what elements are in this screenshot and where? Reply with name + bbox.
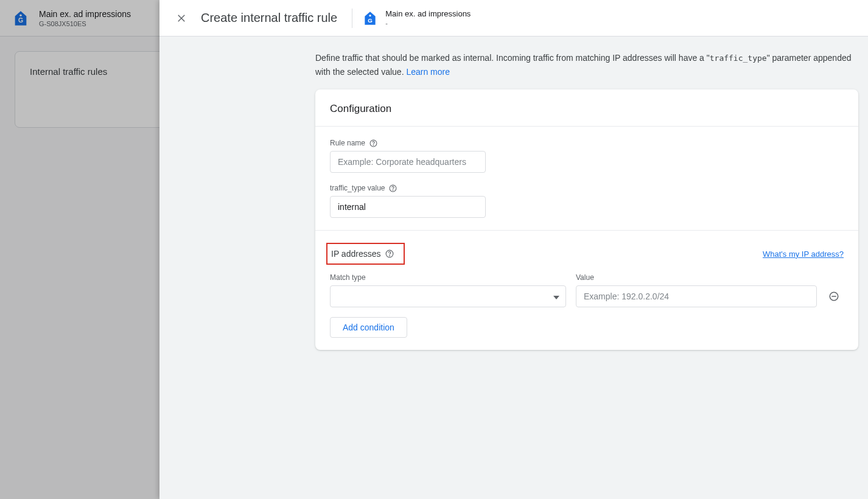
value-input[interactable] [576, 285, 817, 307]
desc-code: traffic_type [710, 54, 767, 63]
panel-body: Define traffic that should be marked as … [159, 37, 868, 365]
svg-point-7 [373, 145, 374, 145]
close-button[interactable] [174, 11, 189, 26]
svg-point-9 [393, 190, 393, 190]
add-condition-button[interactable]: Add condition [330, 317, 407, 338]
config-title: Configuration [315, 89, 858, 126]
close-icon [176, 13, 187, 24]
condition-row: Match type Value [330, 273, 844, 307]
tag-icon: G [362, 9, 378, 27]
help-icon[interactable] [369, 139, 377, 147]
help-icon[interactable] [385, 250, 394, 258]
value-label: Value [576, 273, 817, 282]
desc-part1: Define traffic that should be marked as … [315, 53, 710, 63]
rule-name-label-text: Rule name [330, 139, 365, 147]
traffic-type-label-text: traffic_type value [330, 184, 385, 192]
panel-separator [352, 9, 352, 28]
traffic-type-label: traffic_type value [330, 184, 844, 192]
match-type-label: Match type [330, 273, 566, 282]
panel-property-name: Main ex. ad impressions [385, 9, 471, 19]
remove-icon [828, 291, 839, 302]
panel-header: Create internal traffic rule G Main ex. … [159, 0, 868, 37]
config-basic-section: Rule name traffic_typ [315, 126, 858, 230]
panel-property-sub: - [385, 19, 471, 27]
match-type-column: Match type [330, 273, 566, 307]
rule-name-group: Rule name [330, 139, 844, 173]
learn-more-link[interactable]: Learn more [406, 67, 450, 77]
rule-name-label: Rule name [330, 139, 844, 147]
chevron-down-icon [553, 291, 559, 301]
value-column: Value [576, 273, 817, 307]
ip-addresses-label: IP addresses [331, 249, 380, 259]
rule-name-input[interactable] [330, 151, 486, 173]
panel-property-info: Main ex. ad impressions - [385, 9, 471, 27]
ip-section-header: IP addresses What's my IP address? [330, 243, 844, 265]
description-text: Define traffic that should be marked as … [315, 51, 863, 79]
ip-addresses-label-box: IP addresses [326, 243, 405, 265]
traffic-type-group: traffic_type value [330, 184, 844, 218]
svg-point-11 [390, 256, 390, 256]
create-rule-panel: Create internal traffic rule G Main ex. … [159, 0, 868, 499]
panel-title: Create internal traffic rule [201, 11, 337, 25]
svg-text:G: G [368, 16, 373, 23]
help-icon[interactable] [389, 184, 397, 192]
ip-addresses-section: IP addresses What's my IP address? [315, 230, 858, 350]
match-type-select[interactable] [330, 285, 566, 307]
remove-condition-button[interactable] [827, 285, 841, 307]
traffic-type-input[interactable] [330, 196, 486, 218]
configuration-card: Configuration Rule name [315, 89, 858, 350]
whats-my-ip-link[interactable]: What's my IP address? [763, 250, 844, 259]
